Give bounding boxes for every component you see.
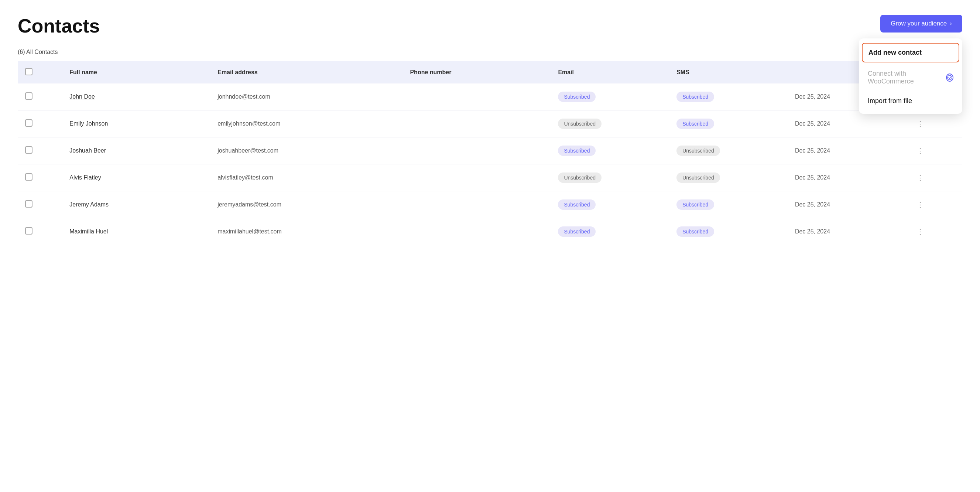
table-row: Jeremy Adamsjeremyadams@test.comSubscrib…	[18, 191, 962, 218]
contact-sms-status-5: Subscribed	[669, 191, 788, 218]
sms-status-badge-6: Subscribed	[676, 226, 714, 237]
email-status-badge-5: Subscribed	[558, 199, 596, 210]
dropdown-menu: Add new contact Connect with WooCommerce…	[859, 38, 962, 114]
contact-email-address-3: joshuahbeer@test.com	[210, 137, 402, 164]
header-full-name: Full name	[62, 61, 210, 83]
header-phone-number: Phone number	[402, 61, 550, 83]
row-checkbox-6[interactable]	[25, 227, 32, 234]
sms-status-badge-2: Subscribed	[676, 119, 714, 129]
row-checkbox-1[interactable]	[25, 92, 32, 100]
all-contacts-label: (6) All Contacts	[18, 49, 962, 56]
contact-actions-6: ⋮	[906, 218, 962, 245]
connect-woocommerce-item[interactable]: Connect with WooCommerce	[859, 64, 962, 91]
contact-sms-status-1: Subscribed	[669, 83, 788, 110]
contact-name-2[interactable]: Emily Johnson	[69, 120, 108, 127]
contact-email-status-2: Unsubscribed	[550, 110, 669, 137]
contact-phone-3	[402, 137, 550, 164]
contact-phone-5	[402, 191, 550, 218]
grow-your-audience-button[interactable]: Grow your audience ›	[880, 15, 962, 32]
contact-email-address-6: maximillahuel@test.com	[210, 218, 402, 245]
contact-phone-4	[402, 164, 550, 191]
more-options-button-5[interactable]: ⋮	[913, 199, 927, 210]
contact-date-3: Dec 25, 2024	[788, 137, 906, 164]
contact-date-2: Dec 25, 2024	[788, 110, 906, 137]
sms-status-badge-5: Subscribed	[676, 199, 714, 210]
grow-button-label: Grow your audience	[891, 20, 947, 27]
woocommerce-check-icon	[946, 73, 953, 82]
contact-email-status-3: Subscribed	[550, 137, 669, 164]
table-body: John Doejonhndoe@test.comSubscribedSubsc…	[18, 83, 962, 245]
contact-date-6: Dec 25, 2024	[788, 218, 906, 245]
import-from-file-item[interactable]: Import from file	[859, 91, 962, 111]
header-email-address: Email address	[210, 61, 402, 83]
contact-name-6[interactable]: Maximilla Huel	[69, 228, 108, 234]
sms-status-badge-1: Subscribed	[676, 92, 714, 102]
email-status-badge-4: Unsubscribed	[558, 172, 601, 183]
contact-email-status-4: Unsubscribed	[550, 164, 669, 191]
table-row: Emily Johnsonemilyjohnson@test.comUnsubs…	[18, 110, 962, 137]
contact-phone-1	[402, 83, 550, 110]
more-options-button-2[interactable]: ⋮	[913, 118, 927, 130]
table-row: Maximilla Huelmaximillahuel@test.comSubs…	[18, 218, 962, 245]
contact-phone-6	[402, 218, 550, 245]
more-options-button-4[interactable]: ⋮	[913, 172, 927, 183]
table-row: John Doejonhndoe@test.comSubscribedSubsc…	[18, 83, 962, 110]
table-row: Joshuah Beerjoshuahbeer@test.comSubscrib…	[18, 137, 962, 164]
contact-email-status-1: Subscribed	[550, 83, 669, 110]
contact-sms-status-4: Unsubscribed	[669, 164, 788, 191]
contact-phone-2	[402, 110, 550, 137]
row-checkbox-3[interactable]	[25, 146, 32, 154]
header-email: Email	[550, 61, 669, 83]
email-status-badge-1: Subscribed	[558, 92, 596, 102]
sms-status-badge-4: Unsubscribed	[676, 172, 720, 183]
sms-status-badge-3: Unsubscribed	[676, 145, 720, 156]
more-options-button-6[interactable]: ⋮	[913, 226, 927, 237]
grow-button-arrow: ›	[950, 20, 952, 27]
more-options-button-3[interactable]: ⋮	[913, 145, 927, 157]
contact-name-1[interactable]: John Doe	[69, 94, 95, 100]
page-title: Contacts	[18, 15, 100, 37]
table-header: Full name Email address Phone number Ema…	[18, 61, 962, 83]
connect-woocommerce-label: Connect with WooCommerce	[868, 70, 946, 85]
contact-name-5[interactable]: Jeremy Adams	[69, 201, 108, 208]
page-container: Contacts Grow your audience › Add new co…	[0, 0, 980, 260]
contact-email-address-4: alvisflatley@test.com	[210, 164, 402, 191]
contact-date-4: Dec 25, 2024	[788, 164, 906, 191]
contact-actions-2: ⋮	[906, 110, 962, 137]
contact-name-4[interactable]: Alvis Flatley	[69, 174, 101, 181]
contact-actions-3: ⋮	[906, 137, 962, 164]
header-sms: SMS	[669, 61, 788, 83]
svg-point-0	[948, 75, 952, 80]
row-checkbox-4[interactable]	[25, 173, 32, 181]
contact-actions-5: ⋮	[906, 191, 962, 218]
header-checkbox-cell	[18, 61, 62, 83]
email-status-badge-3: Subscribed	[558, 145, 596, 156]
table-row: Alvis Flatleyalvisflatley@test.comUnsubs…	[18, 164, 962, 191]
contact-email-status-5: Subscribed	[550, 191, 669, 218]
contact-sms-status-6: Subscribed	[669, 218, 788, 245]
row-checkbox-5[interactable]	[25, 200, 32, 208]
import-from-file-label: Import from file	[868, 97, 912, 105]
row-checkbox-2[interactable]	[25, 119, 32, 127]
contact-email-status-6: Subscribed	[550, 218, 669, 245]
contact-email-address-5: jeremyadams@test.com	[210, 191, 402, 218]
email-status-badge-6: Subscribed	[558, 226, 596, 237]
email-status-badge-2: Unsubscribed	[558, 119, 601, 129]
contacts-table: Full name Email address Phone number Ema…	[18, 61, 962, 245]
contact-name-3[interactable]: Joshuah Beer	[69, 147, 106, 154]
contact-email-address-2: emilyjohnson@test.com	[210, 110, 402, 137]
add-new-contact-label: Add new contact	[869, 49, 922, 57]
contact-date-5: Dec 25, 2024	[788, 191, 906, 218]
select-all-checkbox[interactable]	[25, 68, 32, 75]
contact-sms-status-2: Subscribed	[669, 110, 788, 137]
header-row: Contacts Grow your audience › Add new co…	[18, 15, 962, 37]
contact-email-address-1: jonhndoe@test.com	[210, 83, 402, 110]
contact-actions-4: ⋮	[906, 164, 962, 191]
add-new-contact-item[interactable]: Add new contact	[862, 43, 959, 62]
contact-sms-status-3: Unsubscribed	[669, 137, 788, 164]
